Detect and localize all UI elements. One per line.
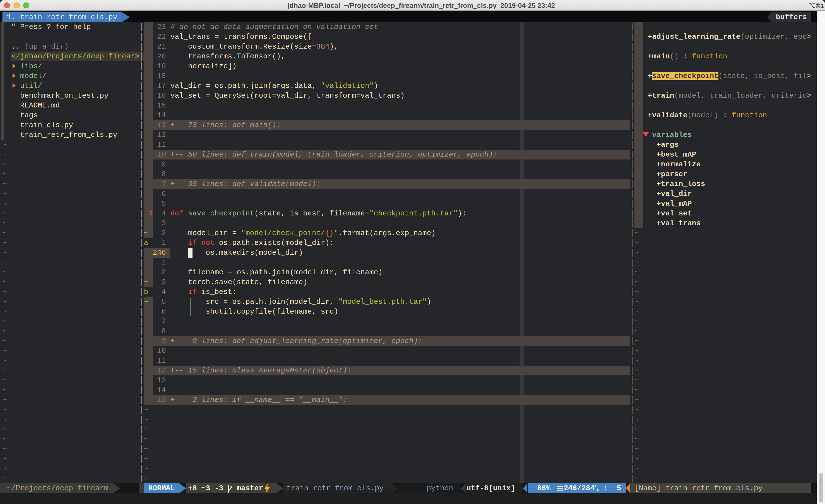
svg-text:1: 1 — [821, 3, 824, 9]
